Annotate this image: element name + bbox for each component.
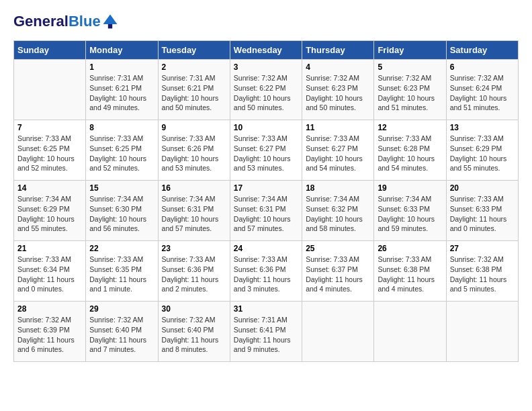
day-number: 8 [89, 123, 154, 132]
day-number: 13 [450, 123, 515, 132]
calendar-cell: 4Sunrise: 7:32 AM Sunset: 6:23 PM Daylig… [302, 60, 374, 120]
calendar-cell: 10Sunrise: 7:33 AM Sunset: 6:27 PM Dayli… [230, 120, 302, 181]
calendar-cell: 5Sunrise: 7:32 AM Sunset: 6:23 PM Daylig… [374, 60, 446, 120]
day-info: Sunrise: 7:33 AM Sunset: 6:35 PM Dayligh… [89, 255, 154, 294]
logo: GeneralBlue [13, 13, 118, 30]
day-info: Sunrise: 7:31 AM Sunset: 6:21 PM Dayligh… [89, 73, 154, 113]
calendar-week-2: 7Sunrise: 7:33 AM Sunset: 6:25 PM Daylig… [14, 120, 519, 181]
day-number: 31 [234, 304, 298, 314]
weekday-header-saturday: Saturday [446, 41, 518, 60]
day-number: 23 [162, 244, 226, 253]
calendar-cell: 16Sunrise: 7:34 AM Sunset: 6:31 PM Dayli… [158, 181, 230, 241]
day-info: Sunrise: 7:31 AM Sunset: 6:21 PM Dayligh… [162, 73, 226, 113]
calendar-cell: 27Sunrise: 7:32 AM Sunset: 6:38 PM Dayli… [446, 241, 518, 302]
calendar-cell: 20Sunrise: 7:33 AM Sunset: 6:33 PM Dayli… [446, 181, 518, 241]
calendar-cell: 21Sunrise: 7:33 AM Sunset: 6:34 PM Dayli… [14, 241, 86, 302]
calendar-table: SundayMondayTuesdayWednesdayThursdayFrid… [13, 40, 519, 362]
day-info: Sunrise: 7:32 AM Sunset: 6:24 PM Dayligh… [450, 73, 515, 113]
day-number: 20 [450, 183, 515, 193]
day-info: Sunrise: 7:33 AM Sunset: 6:37 PM Dayligh… [306, 255, 370, 294]
day-info: Sunrise: 7:34 AM Sunset: 6:31 PM Dayligh… [162, 194, 226, 234]
calendar-cell: 31Sunrise: 7:31 AM Sunset: 6:41 PM Dayli… [230, 302, 302, 362]
day-number: 3 [234, 62, 298, 72]
calendar-week-4: 21Sunrise: 7:33 AM Sunset: 6:34 PM Dayli… [14, 241, 519, 302]
day-number: 30 [162, 304, 226, 314]
day-number: 28 [17, 304, 82, 314]
calendar-cell: 19Sunrise: 7:34 AM Sunset: 6:33 PM Dayli… [374, 181, 446, 241]
day-number: 10 [234, 123, 298, 132]
day-info: Sunrise: 7:34 AM Sunset: 6:30 PM Dayligh… [89, 194, 154, 234]
day-info: Sunrise: 7:32 AM Sunset: 6:40 PM Dayligh… [89, 315, 154, 355]
calendar-week-3: 14Sunrise: 7:34 AM Sunset: 6:29 PM Dayli… [14, 181, 519, 241]
day-number: 29 [89, 304, 154, 314]
day-number: 22 [89, 244, 154, 253]
calendar-cell: 15Sunrise: 7:34 AM Sunset: 6:30 PM Dayli… [86, 181, 158, 241]
calendar-cell: 23Sunrise: 7:33 AM Sunset: 6:36 PM Dayli… [158, 241, 230, 302]
calendar-cell: 3Sunrise: 7:32 AM Sunset: 6:22 PM Daylig… [230, 60, 302, 120]
calendar-cell [446, 302, 518, 362]
day-info: Sunrise: 7:33 AM Sunset: 6:27 PM Dayligh… [234, 134, 298, 173]
day-number: 24 [234, 244, 298, 253]
calendar-cell: 6Sunrise: 7:32 AM Sunset: 6:24 PM Daylig… [446, 60, 518, 120]
day-info: Sunrise: 7:33 AM Sunset: 6:38 PM Dayligh… [378, 255, 442, 294]
day-number: 17 [234, 183, 298, 193]
day-info: Sunrise: 7:33 AM Sunset: 6:25 PM Dayligh… [17, 134, 82, 173]
day-number: 21 [17, 244, 82, 253]
calendar-cell: 22Sunrise: 7:33 AM Sunset: 6:35 PM Dayli… [86, 241, 158, 302]
calendar-cell: 12Sunrise: 7:33 AM Sunset: 6:28 PM Dayli… [374, 120, 446, 181]
weekday-header-monday: Monday [86, 41, 158, 60]
weekday-header-sunday: Sunday [14, 41, 86, 60]
header-row: SundayMondayTuesdayWednesdayThursdayFrid… [14, 41, 519, 60]
day-number: 18 [306, 183, 370, 193]
weekday-header-friday: Friday [374, 41, 446, 60]
weekday-header-tuesday: Tuesday [158, 41, 230, 60]
day-info: Sunrise: 7:33 AM Sunset: 6:34 PM Dayligh… [17, 255, 82, 294]
day-info: Sunrise: 7:34 AM Sunset: 6:32 PM Dayligh… [306, 194, 370, 234]
calendar-cell: 13Sunrise: 7:33 AM Sunset: 6:29 PM Dayli… [446, 120, 518, 181]
day-number: 19 [378, 183, 442, 193]
calendar-header: SundayMondayTuesdayWednesdayThursdayFrid… [14, 41, 519, 60]
calendar-cell: 29Sunrise: 7:32 AM Sunset: 6:40 PM Dayli… [86, 302, 158, 362]
day-number: 7 [17, 123, 82, 132]
day-number: 2 [162, 62, 226, 72]
calendar-cell: 14Sunrise: 7:34 AM Sunset: 6:29 PM Dayli… [14, 181, 86, 241]
calendar-cell: 1Sunrise: 7:31 AM Sunset: 6:21 PM Daylig… [86, 60, 158, 120]
day-number: 4 [306, 62, 370, 72]
svg-rect-1 [107, 24, 112, 28]
day-number: 14 [17, 183, 82, 193]
calendar-cell: 24Sunrise: 7:33 AM Sunset: 6:36 PM Dayli… [230, 241, 302, 302]
logo-text: GeneralBlue [13, 13, 101, 30]
day-number: 12 [378, 123, 442, 132]
page-header: GeneralBlue [13, 13, 519, 30]
day-info: Sunrise: 7:33 AM Sunset: 6:26 PM Dayligh… [162, 134, 226, 173]
day-info: Sunrise: 7:33 AM Sunset: 6:33 PM Dayligh… [450, 194, 515, 234]
day-number: 25 [306, 244, 370, 253]
day-number: 27 [450, 244, 515, 253]
day-number: 15 [89, 183, 154, 193]
calendar-cell: 9Sunrise: 7:33 AM Sunset: 6:26 PM Daylig… [158, 120, 230, 181]
calendar-cell: 7Sunrise: 7:33 AM Sunset: 6:25 PM Daylig… [14, 120, 86, 181]
calendar-cell: 17Sunrise: 7:34 AM Sunset: 6:31 PM Dayli… [230, 181, 302, 241]
calendar-cell: 18Sunrise: 7:34 AM Sunset: 6:32 PM Dayli… [302, 181, 374, 241]
calendar-week-5: 28Sunrise: 7:32 AM Sunset: 6:39 PM Dayli… [14, 302, 519, 362]
day-info: Sunrise: 7:32 AM Sunset: 6:22 PM Dayligh… [234, 73, 298, 113]
weekday-header-thursday: Thursday [302, 41, 374, 60]
svg-marker-0 [103, 15, 117, 24]
day-info: Sunrise: 7:34 AM Sunset: 6:31 PM Dayligh… [234, 194, 298, 234]
calendar-cell [14, 60, 86, 120]
day-info: Sunrise: 7:31 AM Sunset: 6:41 PM Dayligh… [234, 315, 298, 355]
day-info: Sunrise: 7:33 AM Sunset: 6:36 PM Dayligh… [162, 255, 226, 294]
day-number: 9 [162, 123, 226, 132]
calendar-cell: 25Sunrise: 7:33 AM Sunset: 6:37 PM Dayli… [302, 241, 374, 302]
day-info: Sunrise: 7:33 AM Sunset: 6:28 PM Dayligh… [378, 134, 442, 173]
day-number: 11 [306, 123, 370, 132]
day-info: Sunrise: 7:33 AM Sunset: 6:36 PM Dayligh… [234, 255, 298, 294]
calendar-cell [302, 302, 374, 362]
calendar-cell [374, 302, 446, 362]
calendar-cell: 8Sunrise: 7:33 AM Sunset: 6:25 PM Daylig… [86, 120, 158, 181]
calendar-cell: 11Sunrise: 7:33 AM Sunset: 6:27 PM Dayli… [302, 120, 374, 181]
day-info: Sunrise: 7:32 AM Sunset: 6:23 PM Dayligh… [306, 73, 370, 113]
weekday-header-wednesday: Wednesday [230, 41, 302, 60]
day-info: Sunrise: 7:32 AM Sunset: 6:39 PM Dayligh… [17, 315, 82, 355]
logo-icon [102, 13, 118, 30]
